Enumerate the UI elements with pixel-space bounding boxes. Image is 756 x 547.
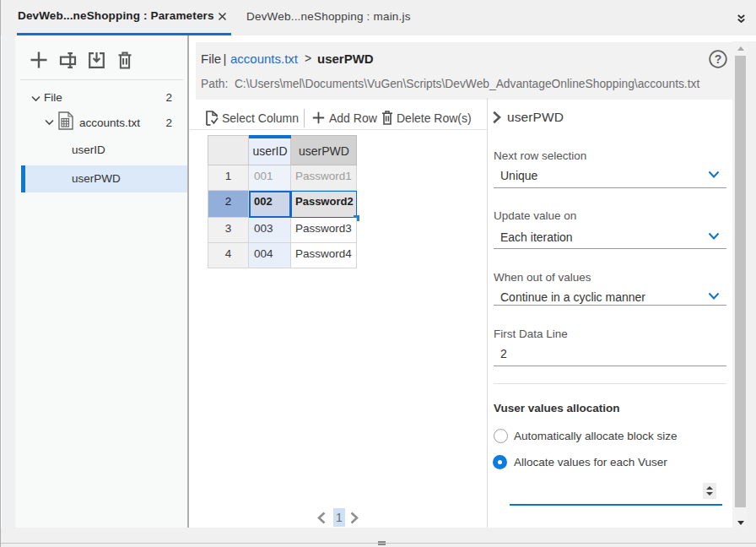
svg-text:?: ? [715,52,722,66]
